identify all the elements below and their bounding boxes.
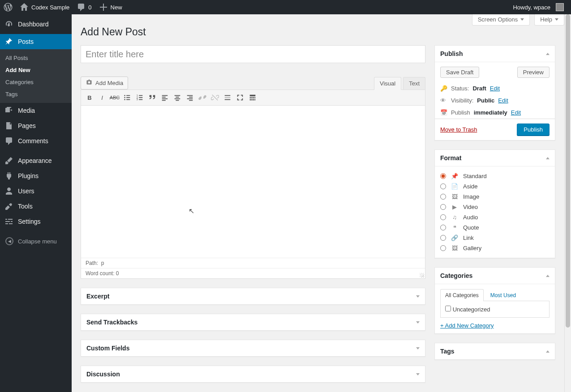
unlink-button[interactable] [209,92,221,103]
menu-posts[interactable]: Posts [0,34,72,49]
collapse-menu[interactable]: ◀Collapse menu [0,233,72,250]
content-wrap: Add New Post Add Media Visual Text B I A… [72,14,564,392]
bullet-list-button[interactable] [121,92,133,103]
submenu-add-new[interactable]: Add New [0,64,72,76]
svg-rect-14 [162,98,168,99]
comments-icon [4,136,13,145]
insert-more-button[interactable] [222,92,233,103]
numbered-list-button[interactable]: 123 [134,92,146,103]
screen-options-button[interactable]: Screen Options [472,14,530,26]
submenu-tags[interactable]: Tags [0,88,72,100]
cat-tab-most-used[interactable]: Most Used [485,289,521,301]
excerpt-box: Excerpt [81,288,425,305]
format-image[interactable]: 🖼Image [440,192,550,202]
preview-button[interactable]: Preview [517,67,550,78]
edit-status-link[interactable]: Edit [490,85,500,92]
menu-appearance[interactable]: Appearance [0,153,72,168]
chevron-down-icon [416,295,420,298]
format-video[interactable]: ▶Video [440,202,550,212]
category-uncategorized[interactable]: Uncategorized [445,306,490,313]
svg-rect-19 [176,100,179,101]
align-center-button[interactable] [172,92,183,103]
svg-rect-3 [126,97,130,98]
comments-link[interactable]: 0 [73,0,95,14]
tab-text[interactable]: Text [403,77,425,89]
format-gallery[interactable]: 🖼Gallery [440,243,550,253]
svg-rect-27 [250,95,256,97]
menu-comments[interactable]: Comments [0,133,72,149]
chevron-down-icon [416,373,420,375]
custom-fields-toggle[interactable]: Custom Fields [81,340,425,356]
plus-icon [99,3,108,12]
menu-media[interactable]: Media [0,103,72,118]
tags-header[interactable]: Tags [435,343,555,359]
wrench-icon [4,202,13,211]
new-label: New [111,4,122,11]
scrollbar[interactable] [564,14,571,392]
menu-settings[interactable]: Settings [0,214,72,229]
toolbar-toggle-button[interactable] [247,92,258,103]
bold-button[interactable]: B [84,92,95,103]
blockquote-button[interactable] [146,92,158,103]
italic-button[interactable]: I [96,92,108,103]
format-link[interactable]: 🔗Link [440,233,550,243]
chevron-down-icon [416,347,420,349]
comment-icon [77,3,86,12]
format-quote[interactable]: ❝Quote [440,222,550,233]
cat-tab-all[interactable]: All Categories [440,289,484,301]
align-right-button[interactable] [184,92,196,103]
user-icon [4,187,13,196]
svg-point-2 [124,97,125,98]
svg-rect-16 [175,95,180,96]
discussion-toggle[interactable]: Discussion [81,366,425,382]
move-to-trash-link[interactable]: Move to Trash [440,126,477,133]
categories-box: Categories All Categories Most Used Unca… [434,267,555,334]
format-aside[interactable]: 📄Aside [440,181,550,192]
post-title-input[interactable] [81,45,425,63]
word-count: Word count: 0 [81,268,425,278]
trackbacks-box: Send Trackbacks [81,314,425,331]
link-button[interactable] [197,92,208,103]
svg-rect-29 [251,97,253,98]
my-account[interactable]: Howdy, wpace [509,0,567,14]
menu-pages[interactable]: Pages [0,118,72,133]
svg-rect-20 [187,95,193,96]
tab-visual[interactable]: Visual [374,77,401,90]
submenu-all-posts[interactable]: All Posts [0,52,72,64]
fullscreen-button[interactable] [234,92,246,103]
wordpress-icon [4,3,13,12]
edit-schedule-link[interactable]: Edit [511,109,521,116]
trackbacks-toggle[interactable]: Send Trackbacks [81,314,425,330]
format-audio[interactable]: ♫Audio [440,212,550,222]
strikethrough-button[interactable]: ABC [109,92,120,103]
publish-header[interactable]: Publish [435,46,555,62]
menu-dashboard[interactable]: Dashboard [0,14,72,34]
save-draft-button[interactable]: Save Draft [440,67,479,78]
edit-visibility-link[interactable]: Edit [498,97,508,104]
svg-rect-18 [175,98,180,99]
editor-content[interactable] [81,106,425,258]
help-button[interactable]: Help [534,14,564,26]
svg-rect-7 [139,95,142,96]
format-standard[interactable]: 📌Standard [440,171,550,181]
categories-header[interactable]: Categories [435,268,555,284]
menu-tools[interactable]: Tools [0,199,72,214]
svg-point-4 [124,99,125,100]
add-new-category-link[interactable]: + Add New Category [440,322,494,329]
excerpt-toggle[interactable]: Excerpt [81,288,425,304]
publish-button[interactable]: Publish [517,124,550,136]
scrollbar-thumb[interactable] [566,14,570,328]
svg-rect-35 [255,99,256,101]
wp-logo[interactable] [0,0,16,14]
menu-plugins[interactable]: Plugins [0,168,72,183]
svg-rect-23 [189,100,193,101]
svg-rect-24 [225,95,231,96]
menu-users[interactable]: Users [0,183,72,199]
align-left-button[interactable] [159,92,171,103]
submenu-categories[interactable]: Categories [0,76,72,88]
format-header[interactable]: Format [435,150,555,166]
site-name-link[interactable]: Codex Sample [16,0,73,14]
eye-icon: 👁 [440,97,447,104]
new-content-link[interactable]: New [95,0,126,14]
add-media-button[interactable]: Add Media [81,77,128,89]
